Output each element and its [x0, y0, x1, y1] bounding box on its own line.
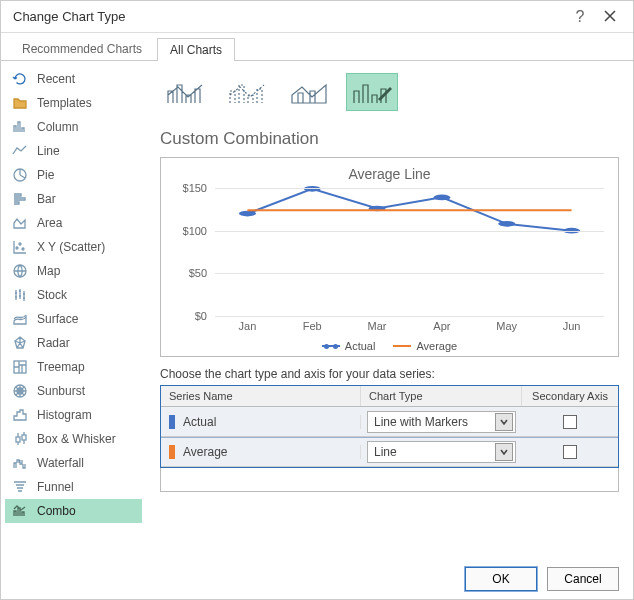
sidebar-item-templates[interactable]: Templates: [5, 91, 142, 115]
sidebar-item-sunburst[interactable]: Sunburst: [5, 379, 142, 403]
change-chart-type-dialog: Change Chart Type ? Recommended Charts A…: [0, 0, 634, 600]
tab-all-charts[interactable]: All Charts: [157, 38, 235, 61]
chart-title: Average Line: [171, 166, 608, 182]
dialog-title: Change Chart Type: [13, 9, 565, 24]
ok-button[interactable]: OK: [465, 567, 537, 591]
column-icon: [11, 118, 29, 136]
sidebar-label: Surface: [37, 312, 78, 326]
svg-point-13: [433, 195, 450, 201]
subtype-clustered-column-line[interactable]: [160, 73, 212, 111]
sidebar-label: Area: [37, 216, 62, 230]
sidebar-label: Templates: [37, 96, 92, 110]
svg-point-3: [22, 248, 24, 250]
sidebar-label: Box & Whisker: [37, 432, 116, 446]
section-title: Custom Combination: [160, 129, 619, 149]
help-button[interactable]: ?: [565, 8, 595, 26]
dropdown-button[interactable]: [495, 413, 513, 431]
combo-icon: [11, 502, 29, 520]
series-swatch-icon: [169, 445, 175, 459]
svg-point-10: [239, 211, 256, 217]
sidebar-item-surface[interactable]: Surface: [5, 307, 142, 331]
x-axis: JanFebMarAprMayJun: [215, 320, 604, 338]
treemap-icon: [11, 358, 29, 376]
secondary-axis-checkbox-average[interactable]: [563, 445, 577, 459]
series-swatch-icon: [169, 415, 175, 429]
sidebar-label: Radar: [37, 336, 70, 350]
dialog-body: Recent Templates Column Line Pie Bar Are…: [1, 61, 633, 559]
series-name: Actual: [183, 415, 216, 429]
svg-point-14: [498, 221, 515, 227]
subtype-stacked-area-column[interactable]: [284, 73, 336, 111]
sidebar-item-histogram[interactable]: Histogram: [5, 403, 142, 427]
area-icon: [11, 214, 29, 232]
sidebar-item-funnel[interactable]: Funnel: [5, 475, 142, 499]
sidebar-item-recent[interactable]: Recent: [5, 67, 142, 91]
sidebar-item-combo[interactable]: Combo: [5, 499, 142, 523]
map-icon: [11, 262, 29, 280]
chevron-down-icon: [500, 418, 508, 426]
svg-rect-8: [16, 437, 20, 442]
legend-swatch-icon: [393, 345, 411, 347]
templates-icon: [11, 94, 29, 112]
series-table: Series Name Chart Type Secondary Axis Ac…: [160, 385, 619, 468]
subtype-clustered-column-line-secondary[interactable]: [222, 73, 274, 111]
bar-icon: [11, 190, 29, 208]
close-button[interactable]: [595, 9, 625, 25]
recent-icon: [11, 70, 29, 88]
sidebar-label: Sunburst: [37, 384, 85, 398]
sidebar-item-column[interactable]: Column: [5, 115, 142, 139]
legend-item-average: Average: [393, 340, 457, 352]
sidebar-item-map[interactable]: Map: [5, 259, 142, 283]
close-icon: [604, 10, 616, 22]
sidebar-item-pie[interactable]: Pie: [5, 163, 142, 187]
sidebar-item-boxwhisker[interactable]: Box & Whisker: [5, 427, 142, 451]
sidebar-item-area[interactable]: Area: [5, 211, 142, 235]
cancel-button[interactable]: Cancel: [547, 567, 619, 591]
secondary-axis-checkbox-actual[interactable]: [563, 415, 577, 429]
sidebar-label: Bar: [37, 192, 56, 206]
sidebar-item-treemap[interactable]: Treemap: [5, 355, 142, 379]
chart-type-select-actual[interactable]: Line with Markers: [367, 411, 516, 433]
histogram-icon: [11, 406, 29, 424]
chart-type-select-average[interactable]: Line: [367, 441, 516, 463]
series-row-actual[interactable]: Actual Line with Markers: [161, 407, 618, 437]
sidebar-item-line[interactable]: Line: [5, 139, 142, 163]
dialog-footer: OK Cancel: [1, 559, 633, 599]
sidebar-label: Funnel: [37, 480, 74, 494]
tab-bar: Recommended Charts All Charts: [1, 33, 633, 61]
sidebar-item-stock[interactable]: Stock: [5, 283, 142, 307]
sidebar-label: Stock: [37, 288, 67, 302]
stock-icon: [11, 286, 29, 304]
plot-area: [215, 188, 604, 316]
chart-category-sidebar: Recent Templates Column Line Pie Bar Are…: [1, 61, 146, 559]
sidebar-label: Recent: [37, 72, 75, 86]
legend-item-actual: Actual: [322, 340, 376, 352]
y-axis: $0$50$100$150: [171, 188, 211, 316]
sidebar-label: Treemap: [37, 360, 85, 374]
sidebar-label: Line: [37, 144, 60, 158]
main-panel: Custom Combination Average Line $0$50$10…: [146, 61, 633, 559]
header-chart-type: Chart Type: [361, 386, 522, 406]
sidebar-item-radar[interactable]: Radar: [5, 331, 142, 355]
chevron-down-icon: [500, 448, 508, 456]
chart-area: $0$50$100$150 JanFebMarAprMayJun: [171, 188, 608, 338]
sidebar-item-waterfall[interactable]: Waterfall: [5, 451, 142, 475]
titlebar: Change Chart Type ?: [1, 1, 633, 33]
waterfall-icon: [11, 454, 29, 472]
subtype-custom-combination[interactable]: [346, 73, 398, 111]
pie-icon: [11, 166, 29, 184]
series-row-average[interactable]: Average Line: [161, 437, 618, 467]
series-panel-label: Choose the chart type and axis for your …: [160, 367, 619, 381]
chart-svg: [215, 188, 604, 316]
line-icon: [11, 142, 29, 160]
tab-recommended[interactable]: Recommended Charts: [9, 37, 155, 60]
scatter-icon: [11, 238, 29, 256]
sidebar-label: Map: [37, 264, 60, 278]
sidebar-item-bar[interactable]: Bar: [5, 187, 142, 211]
radar-icon: [11, 334, 29, 352]
svg-rect-9: [22, 435, 26, 440]
sidebar-item-scatter[interactable]: X Y (Scatter): [5, 235, 142, 259]
surface-icon: [11, 310, 29, 328]
svg-point-1: [16, 247, 18, 249]
dropdown-button[interactable]: [495, 443, 513, 461]
